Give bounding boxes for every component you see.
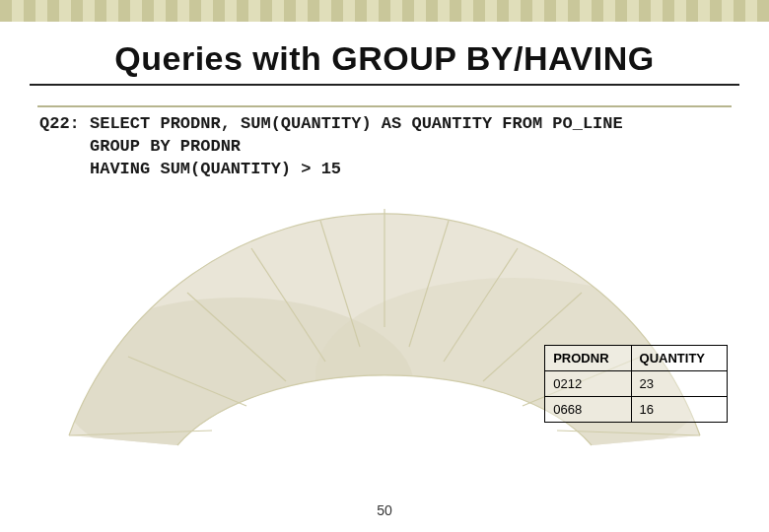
page-title: Queries with GROUP BY/HAVING: [0, 22, 769, 84]
page-number: 50: [0, 502, 769, 518]
svg-line-7: [128, 357, 246, 406]
svg-line-10: [320, 221, 360, 347]
table-header-row: PRODNR QUANTITY: [545, 346, 728, 371]
cell-prodnr: 0668: [545, 397, 631, 423]
cell-quantity: 16: [631, 397, 727, 423]
title-underline: [30, 84, 739, 86]
svg-line-5: [69, 431, 212, 435]
cell-quantity: 23: [631, 371, 727, 397]
svg-point-2: [59, 298, 414, 455]
query-label: Q22:: [39, 114, 80, 133]
query-line1: SELECT PRODNR, SUM(QUANTITY) AS QUANTITY…: [90, 114, 623, 133]
sql-query-block: Q22: SELECT PRODNR, SUM(QUANTITY) AS QUA…: [39, 113, 730, 181]
table-row: 0212 23: [545, 371, 728, 397]
query-line3: HAVING SUM(QUANTITY) > 15: [90, 160, 341, 178]
table-row: 0668 16: [545, 397, 728, 423]
svg-line-12: [444, 248, 518, 362]
query-line2: GROUP BY PRODNR: [90, 137, 241, 156]
svg-line-6: [557, 431, 700, 435]
result-table: PRODNR QUANTITY 0212 23 0668 16: [544, 345, 728, 423]
cell-prodnr: 0212: [545, 371, 631, 397]
accent-line: [37, 105, 732, 107]
svg-line-9: [251, 248, 325, 362]
col-header-quantity: QUANTITY: [631, 346, 727, 371]
decorative-top-bar: [0, 0, 769, 22]
svg-line-8: [187, 293, 286, 381]
slide-content: Queries with GROUP BY/HAVING Q22: SELECT…: [0, 22, 769, 532]
svg-line-11: [409, 221, 449, 347]
col-header-prodnr: PRODNR: [545, 346, 631, 371]
